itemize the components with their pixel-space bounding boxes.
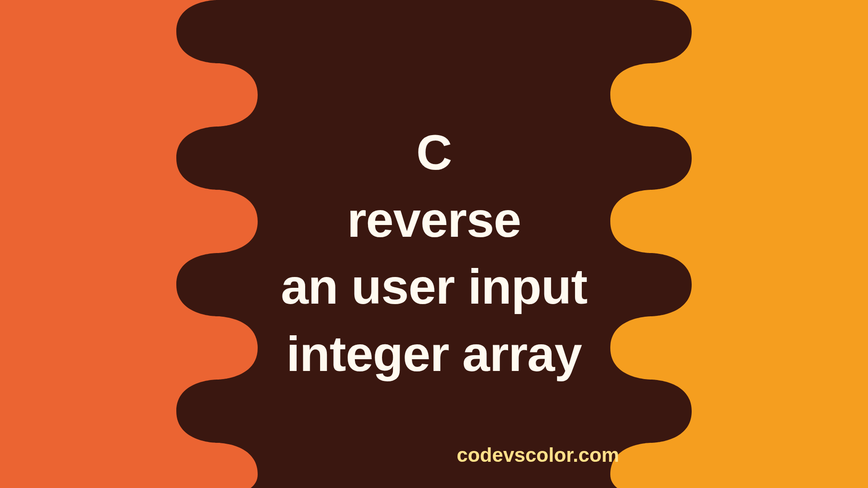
title-line-4: integer array bbox=[281, 320, 587, 388]
main-title: C reverse an user input integer array bbox=[281, 119, 587, 387]
title-line-3: an user input bbox=[281, 253, 587, 320]
title-line-2: reverse bbox=[281, 186, 587, 253]
watermark-text: codevscolor.com bbox=[0, 444, 868, 466]
title-line-1: C bbox=[281, 119, 587, 186]
title-container: C reverse an user input integer array bbox=[0, 0, 868, 488]
background-gradient: C reverse an user input integer array co… bbox=[0, 0, 868, 488]
